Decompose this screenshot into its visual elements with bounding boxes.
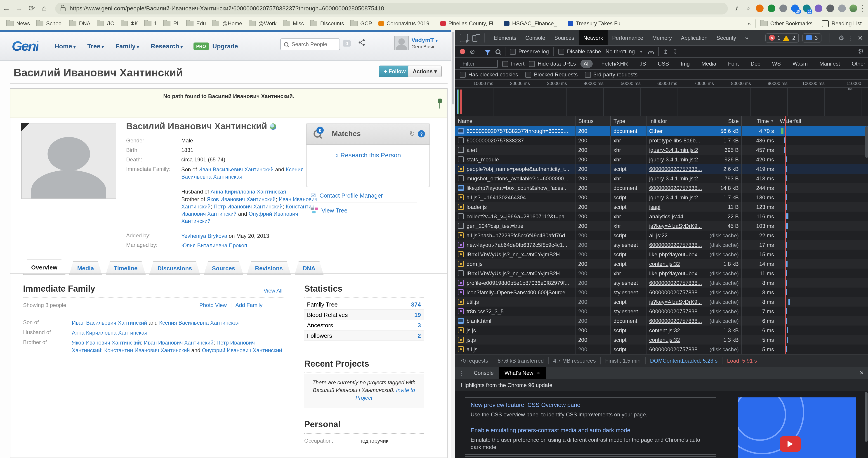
- network-request-row[interactable]: util.js 200 script js?key=AIzaSyDrK9... …: [455, 297, 868, 307]
- request-initiator[interactable]: analytics.js:44: [649, 213, 683, 219]
- nav-item[interactable]: Research▾: [151, 42, 183, 50]
- type-filter[interactable]: Media: [698, 60, 719, 68]
- refresh-icon[interactable]: ↻: [409, 130, 415, 138]
- request-initiator[interactable]: content.js:32: [649, 337, 680, 343]
- drawer-close-icon[interactable]: ✕: [860, 370, 864, 376]
- type-filter[interactable]: Img: [677, 60, 693, 68]
- person-link[interactable]: Анна Кирилловна Хантинская: [211, 188, 286, 195]
- whatsnew-close-icon[interactable]: ×: [537, 370, 540, 376]
- network-request-row[interactable]: stats_module 200 xhr jquery-3.4.1.min.js…: [455, 155, 868, 164]
- request-initiator[interactable]: jquery-3.4.1.min.js:2: [649, 156, 698, 162]
- filter-icon[interactable]: [485, 50, 491, 53]
- whatsnew-card[interactable]: New Payload tab in the Network panel: [465, 456, 716, 458]
- devtools-tab[interactable]: Elements: [489, 30, 521, 45]
- share-icon[interactable]: [358, 39, 365, 46]
- request-initiator[interactable]: 6000000020757838...: [649, 166, 702, 172]
- request-initiator[interactable]: jquery-3.4.1.min.js:2: [649, 175, 698, 182]
- bookmark-item[interactable]: GCP: [350, 20, 372, 27]
- help-icon[interactable]: ?: [418, 130, 425, 138]
- profile-tab[interactable]: Revisions: [247, 261, 291, 275]
- person-link[interactable]: ;: [211, 204, 214, 210]
- person-link[interactable]: Константин Иванович Хантинский: [104, 347, 190, 354]
- profile-tab[interactable]: Media: [69, 261, 102, 275]
- user-link[interactable]: Yevheniya Brykova: [181, 233, 227, 239]
- user-link[interactable]: on May 20, 2013: [227, 233, 269, 239]
- profile-tab[interactable]: Discussions: [149, 261, 200, 275]
- devtools-tab[interactable]: Sources: [550, 30, 579, 45]
- extension-icon[interactable]: [768, 4, 775, 12]
- reading-list-button[interactable]: Reading List: [822, 20, 862, 27]
- stat-value[interactable]: 3: [418, 322, 421, 329]
- view-all-link[interactable]: View All: [264, 287, 283, 294]
- profile-tab[interactable]: Timeline: [105, 261, 146, 275]
- bookmark-item[interactable]: HSGAC_Finance_...: [504, 20, 561, 27]
- extension-icon[interactable]: 22: [803, 4, 811, 12]
- type-filter[interactable]: Font: [725, 60, 742, 68]
- column-name[interactable]: Name: [455, 116, 576, 126]
- nav-item[interactable]: Home▾: [55, 42, 75, 50]
- extension-icon[interactable]: ☆: [744, 4, 752, 12]
- devtools-tab[interactable]: Memory: [648, 30, 677, 45]
- request-initiator[interactable]: jquery-3.4.1.min.js:2: [649, 147, 698, 153]
- devtools-close-icon[interactable]: ✕: [858, 34, 863, 41]
- network-request-row[interactable]: blank.html 200 document 6000000020757838…: [455, 316, 868, 326]
- bookmark-item[interactable]: News: [6, 20, 30, 27]
- network-request-row[interactable]: mugshot_options_available?id=6000000... …: [455, 174, 868, 183]
- browser-menu-icon[interactable]: ⋮: [857, 4, 868, 13]
- person-link[interactable]: Онуфрий Иванович Хантинский: [202, 347, 282, 354]
- request-initiator[interactable]: Other: [649, 128, 663, 134]
- person-link[interactable]: Анна Кирилловна Хантинская: [72, 330, 147, 336]
- timeline-overview[interactable]: [455, 87, 868, 116]
- network-request-row[interactable]: new-layout-7ab64de0fb6372c5f8c9c4c1... 2…: [455, 240, 868, 250]
- extension-icon[interactable]: [838, 4, 846, 12]
- network-request-row[interactable]: dom.js 200 script content.js:32 1.8 kB 1…: [455, 259, 868, 269]
- search-box[interactable]: [280, 38, 340, 50]
- filter-input[interactable]: Filter: [460, 60, 498, 68]
- search-input[interactable]: [291, 41, 329, 48]
- type-filter[interactable]: CSS: [655, 60, 672, 68]
- person-link[interactable]: ;: [276, 196, 279, 203]
- network-request-row[interactable]: all.js 200 script 6000000020757838... (d…: [455, 344, 868, 354]
- request-initiator[interactable]: 6000000020757838...: [649, 280, 702, 286]
- device-toolbar-icon[interactable]: [472, 34, 480, 41]
- back-icon[interactable]: ←: [0, 4, 13, 13]
- network-request-row[interactable]: all.js?_=1641302464304 200 script jquery…: [455, 193, 868, 202]
- request-initiator[interactable]: jquery-3.4.1.min.js:2: [649, 194, 698, 201]
- person-link[interactable]: ;: [213, 340, 216, 346]
- extension-icon[interactable]: 25: [791, 4, 799, 12]
- request-initiator[interactable]: content.js:32: [649, 327, 680, 333]
- whatsnew-card[interactable]: New preview feature: CSS Overview panel …: [465, 397, 716, 422]
- network-request-row[interactable]: lBbx1VbWyUs.js?_nc_x=vnt0YvjmB2H 200 scr…: [455, 250, 868, 259]
- network-request-row[interactable]: alert 200 xhr jquery-3.4.1.min.js:2 695 …: [455, 145, 868, 155]
- issues-badge[interactable]: 3: [802, 33, 821, 42]
- network-request-row[interactable]: profile-e009198d0b5e1b87036e0f82979f... …: [455, 278, 868, 287]
- network-request-row[interactable]: gen_204?csp_test=true 200 xhr js?key=AIz…: [455, 221, 868, 231]
- research-person-link[interactable]: ⌕ Research this Person: [307, 151, 430, 159]
- photo-view-link[interactable]: Photo View: [199, 302, 227, 308]
- request-initiator[interactable]: prototype-libs-8a6b...: [649, 137, 700, 144]
- nav-item[interactable]: Tree▾: [87, 42, 104, 50]
- whatsnew-card[interactable]: Enable emulating prefers-contrast media …: [465, 423, 716, 455]
- type-filter[interactable]: JS: [637, 60, 649, 68]
- url-bar[interactable]: https://www.geni.com/people/Василий-Иван…: [55, 2, 728, 14]
- request-initiator[interactable]: all.js:22: [649, 232, 668, 239]
- request-initiator[interactable]: 6000000020757838...: [649, 289, 702, 296]
- person-link[interactable]: ;: [283, 204, 285, 210]
- whatsnew-card-title[interactable]: New preview feature: CSS Overview panel: [471, 401, 710, 408]
- person-link[interactable]: Иван Васильевич Хантинский: [198, 166, 274, 173]
- blocked-cookies-checkbox[interactable]: Has blocked cookies: [460, 71, 518, 78]
- bookmark-item[interactable]: ФК: [121, 20, 138, 27]
- network-request-row[interactable]: 6000000020757838237?through=60000... 200…: [455, 126, 868, 135]
- search-network-icon[interactable]: [495, 49, 500, 54]
- bookmarks-overflow-icon[interactable]: »: [747, 20, 751, 27]
- devtools-settings-icon[interactable]: ⚙: [838, 34, 844, 42]
- profile-tab[interactable]: Sources: [204, 261, 243, 275]
- person-link[interactable]: and: [274, 166, 286, 173]
- bookmark-item[interactable]: 1: [144, 20, 157, 27]
- devtools-tab[interactable]: Application: [676, 30, 712, 45]
- add-family-link[interactable]: Add Family: [235, 302, 262, 308]
- devtools-tab[interactable]: »: [741, 30, 752, 45]
- devtools-tab[interactable]: Security: [712, 30, 741, 45]
- request-initiator[interactable]: content.js:32: [649, 261, 680, 267]
- person-link[interactable]: ;: [101, 347, 104, 354]
